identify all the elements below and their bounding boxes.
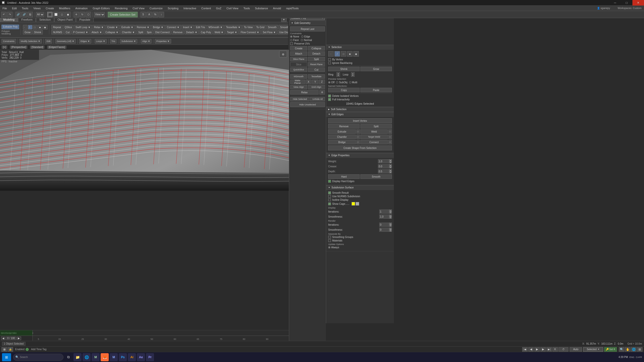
cage-color2-swatch[interactable] (356, 202, 359, 206)
copy-sel-btn[interactable]: Copy (328, 88, 360, 92)
by-vertex-check[interactable] (328, 58, 331, 61)
display-iterations-input[interactable] (379, 210, 389, 214)
zoom-in-btn[interactable]: 🔍 (619, 347, 624, 352)
connect-settings-btn[interactable]: □ (388, 140, 392, 144)
sel-poly-btn[interactable]: ■ (347, 51, 353, 57)
crease-down-btn[interactable]: ▼ (389, 166, 392, 168)
menu-rendering[interactable]: Rendering (112, 6, 130, 11)
collapse-geo-btn[interactable]: Collapse (308, 46, 325, 51)
start-btn[interactable]: ⊞ (2, 353, 11, 361)
orbit-btn[interactable]: 🌐 (631, 347, 636, 352)
menu-modifiers[interactable]: Modifiers (57, 6, 73, 11)
shrink-btn[interactable]: Shrink (32, 30, 43, 34)
display-smoothness-input[interactable] (379, 215, 389, 219)
weight-spinbox[interactable]: ▲ ▼ (378, 159, 392, 163)
display-smoothness-spinbox[interactable]: ▲ ▼ (379, 215, 392, 219)
display-hard-check[interactable]: ✓ (328, 180, 331, 183)
connect-edge-btn[interactable]: Connect (360, 140, 388, 144)
relax-geo-btn[interactable]: Relax (290, 90, 319, 95)
menu-graph[interactable]: Graph Editors (90, 6, 112, 11)
unhide-all-btn[interactable]: Unhide All (310, 97, 325, 101)
scale-btn[interactable]: ⬡ (86, 12, 91, 17)
next-key-btn[interactable]: ▶| (546, 347, 552, 352)
paste-sel-btn[interactable]: Paste (360, 88, 392, 92)
make-planar-btn[interactable]: Make Planar (290, 79, 305, 84)
properties-btn[interactable]: Properties ▼ (155, 39, 171, 44)
insert-btn[interactable]: Insert ▼ (181, 25, 194, 29)
weight-down-btn[interactable]: ▼ (389, 161, 392, 163)
preserve-uvs-check[interactable] (290, 42, 293, 45)
taskbar-ae[interactable]: Ae (137, 353, 145, 361)
ignore-backfacing-check[interactable] (328, 62, 331, 64)
edit-geometry-header[interactable]: ▼ Edit Geometry (289, 21, 326, 25)
smooth-edge-btn[interactable]: Smooth (360, 174, 392, 179)
maximize-vp-btn[interactable]: ⊞ (637, 347, 642, 352)
constraints-btn[interactable]: Constraints (2, 39, 16, 44)
menu-animation[interactable]: Animation (73, 6, 90, 11)
remove-edge-btn[interactable]: Remove (328, 124, 360, 129)
weight-up-btn[interactable]: ▲ (389, 159, 392, 161)
grow-sel-btn[interactable]: Grow (360, 67, 392, 71)
full-interactivity-check[interactable]: ✓ (328, 98, 331, 101)
edge-properties-header[interactable]: ▼ Edge Properties (326, 153, 394, 158)
smoothing-groups-check[interactable] (328, 236, 331, 238)
disp-iter-down[interactable]: ▼ (389, 212, 392, 214)
viewport-tag-edged[interactable]: [Edged Faces] (47, 46, 66, 49)
smooth-result-check[interactable]: ✓ (328, 191, 331, 194)
smooth30-btn[interactable]: Smooth 30 (279, 25, 288, 29)
flow-connect-btn[interactable]: Flow Connect ▼ (239, 30, 261, 34)
tessellate-geo-btn[interactable]: Tessellate (308, 74, 325, 79)
taskbar-edge[interactable]: 🌐 (83, 353, 91, 361)
taskbar-fire[interactable]: 🦊 (101, 353, 109, 361)
close-btn[interactable]: ✕ (632, 0, 644, 6)
chamfer-settings-btn[interactable]: □ (356, 135, 360, 139)
weld-btn[interactable]: Weld ▼ (213, 30, 225, 34)
task-view-btn[interactable]: ⧉ (64, 353, 72, 361)
select-region-btn[interactable]: ⬜ (53, 12, 59, 17)
detach-btn[interactable]: Detach ▼ (184, 30, 199, 34)
edges-btn[interactable]: Edges ▼ (79, 39, 91, 44)
pan-btn[interactable]: ✋ (625, 347, 630, 352)
spin-btn[interactable]: Spin (145, 30, 153, 34)
cut-btn[interactable]: Cut (64, 30, 71, 34)
next-frame-btn[interactable]: ▶ (540, 347, 546, 352)
remove2-btn[interactable]: Remove (172, 30, 184, 34)
align-btn[interactable]: Align ▼ (141, 39, 151, 44)
set-flow-btn[interactable]: Set Flow ▼ (261, 30, 277, 34)
subdivision-header[interactable]: ▼ Subdivision Surface (326, 185, 394, 190)
constraint-edge-radio[interactable]: Edge (301, 35, 310, 38)
isoline-check[interactable] (328, 198, 331, 201)
render-smoothness-spinbox[interactable]: ▲ ▼ (379, 228, 392, 232)
split-edge-btn[interactable]: Split (360, 124, 392, 129)
minimize-btn[interactable]: ─ (609, 0, 621, 6)
disp-smooth-up[interactable]: ▲ (389, 215, 392, 217)
add-time-tag-label[interactable]: Add Time Tag (31, 348, 46, 351)
taskbar-illustrator[interactable]: Ai (128, 353, 136, 361)
taskbar-photoshop[interactable]: Ps (119, 353, 127, 361)
user-account[interactable]: 👤 sganepy (594, 6, 613, 11)
prev-frame-btn[interactable]: ◀ (528, 347, 534, 352)
sel-edge-btn[interactable]: / (334, 51, 340, 57)
hide-unselected-btn[interactable]: Hide Unselected (290, 102, 325, 107)
ref-coord-dropdown[interactable]: View (94, 12, 105, 17)
select-link-btn[interactable]: 🔗 (21, 12, 27, 17)
msmooth-geo-btn[interactable]: MSmooth (290, 74, 307, 79)
edge-mode-btn[interactable]: / (28, 25, 32, 29)
create-geo-btn[interactable]: Create (290, 46, 307, 51)
sel-border-btn[interactable]: □ (341, 51, 346, 57)
taskbar-maya[interactable]: M (110, 353, 118, 361)
weight-input[interactable] (378, 159, 389, 163)
tris-btn[interactable]: Tris (110, 39, 117, 44)
preview-off-radio[interactable]: Off (328, 81, 334, 84)
connect-btn[interactable]: Connect ▼ (165, 25, 181, 29)
create-btn[interactable]: Create ▼ (106, 25, 120, 29)
target-weld-btn[interactable]: Target Weld (360, 135, 388, 139)
y-planar-btn[interactable]: Y (312, 79, 318, 84)
cap-poly-btn[interactable]: Cap Poly (199, 30, 213, 34)
grow-btn[interactable]: Grow (23, 30, 32, 34)
frame-counter[interactable]: 0 / 100 (6, 337, 16, 340)
target-weld-settings-btn[interactable]: □ (388, 135, 392, 139)
menu-rapid[interactable]: rapidTools (284, 6, 301, 11)
render-iter-up[interactable]: ▲ (389, 223, 392, 225)
taskbar-explorer[interactable]: 📁 (73, 353, 82, 361)
